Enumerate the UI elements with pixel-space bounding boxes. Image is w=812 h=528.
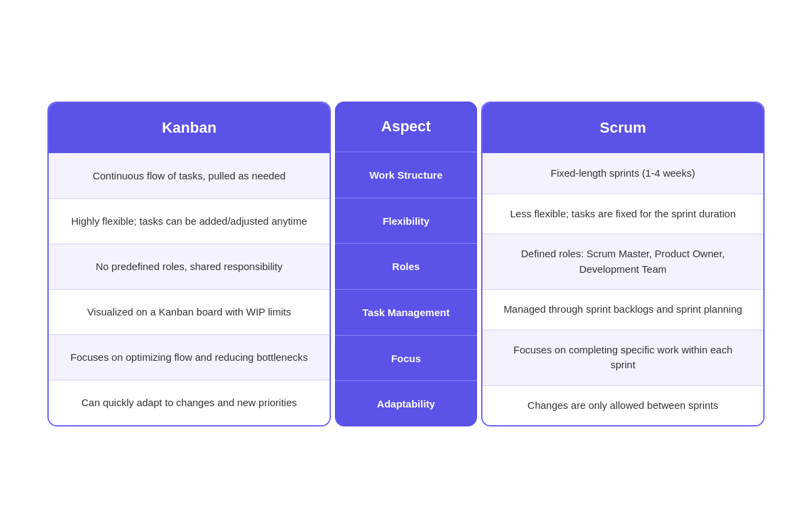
kanban-header: Kanban	[49, 103, 330, 153]
aspect-row-1: Flexibility	[335, 198, 477, 244]
aspect-row-2: Roles	[335, 243, 477, 289]
aspect-row-0: Work Structure	[335, 152, 477, 198]
kanban-rows: Continuous flow of tasks, pulled as need…	[49, 153, 330, 425]
scrum-row-3: Managed through sprint backlogs and spri…	[482, 289, 763, 330]
aspect-column: Aspect Work StructureFlexibilityRolesTas…	[335, 102, 477, 426]
kanban-row-2: No predefined roles, shared responsibili…	[49, 244, 330, 289]
aspect-row-5: Adaptability	[335, 380, 477, 426]
kanban-row-1: Highly flexible; tasks can be added/adju…	[49, 198, 330, 244]
scrum-row-0: Fixed-length sprints (1-4 weeks)	[482, 153, 763, 194]
kanban-row-4: Focuses on optimizing flow and reducing …	[49, 334, 330, 380]
scrum-row-1: Less flexible; tasks are fixed for the s…	[482, 194, 763, 234]
aspect-header: Aspect	[335, 102, 477, 152]
kanban-row-0: Continuous flow of tasks, pulled as need…	[49, 153, 330, 198]
scrum-column: Scrum Fixed-length sprints (1-4 weeks)Le…	[481, 102, 765, 426]
aspect-row-4: Focus	[335, 335, 477, 381]
comparison-container: Kanban Continuous flow of tasks, pulled …	[47, 102, 765, 426]
kanban-row-5: Can quickly adapt to changes and new pri…	[49, 380, 330, 425]
aspect-row-3: Task Management	[335, 289, 477, 335]
kanban-row-3: Visualized on a Kanban board with WIP li…	[49, 289, 330, 334]
aspect-rows: Work StructureFlexibilityRolesTask Manag…	[335, 152, 477, 426]
kanban-column: Kanban Continuous flow of tasks, pulled …	[47, 102, 331, 426]
scrum-row-5: Changes are only allowed between sprints	[482, 385, 763, 426]
scrum-row-4: Focuses on completing specific work with…	[482, 330, 763, 385]
scrum-header: Scrum	[482, 103, 763, 153]
scrum-row-2: Defined roles: Scrum Master, Product Own…	[482, 234, 763, 289]
scrum-rows: Fixed-length sprints (1-4 weeks)Less fle…	[482, 153, 763, 425]
